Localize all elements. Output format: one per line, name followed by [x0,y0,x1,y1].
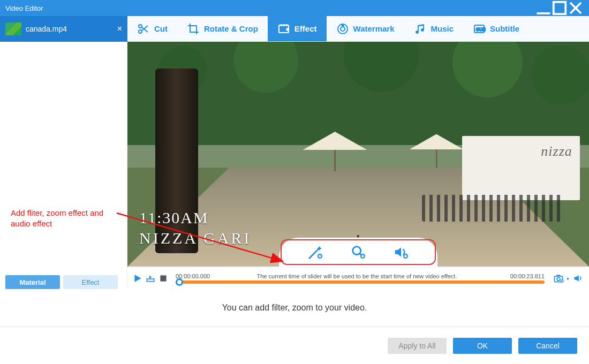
svg-point-13 [341,27,345,31]
zoom-icon [350,244,366,260]
cancel-button[interactable]: Cancel [518,338,577,354]
sidebar-tab-material[interactable]: Material [5,275,60,289]
svg-rect-1 [554,2,566,14]
maximize-icon [552,0,568,16]
volume-button[interactable] [573,273,584,284]
tab-effect[interactable]: Effect [268,16,327,41]
effect-icon [277,22,290,35]
close-icon [568,0,584,16]
sidebar-tab-effect[interactable]: Effect [63,275,118,289]
file-close-button[interactable]: × [117,24,122,34]
seek-thumb[interactable] [176,278,183,286]
tool-tabs: Cut Rotate & Crop Effect Watermark Music… [127,16,589,42]
add-filter-button[interactable] [305,241,326,263]
add-audio-effect-button[interactable] [390,241,412,263]
file-tab[interactable]: canada.mp4 × [0,16,127,42]
svg-point-11 [286,25,287,26]
svg-text:SUB: SUB [476,27,486,32]
svg-point-9 [281,25,282,26]
ok-button[interactable]: OK [453,338,512,354]
effect-popup: ▾ [279,238,437,267]
tab-label: Watermark [353,24,395,33]
crop-icon [187,22,200,35]
close-button[interactable] [568,0,584,16]
sidebar-tab-label: Effect [81,278,99,286]
file-thumbnail-icon [5,22,21,35]
chevron-down-icon[interactable]: ▾ [357,233,360,240]
sidebar-tab-label: Material [19,278,46,286]
titlebar: Video Editor [0,0,589,16]
button-label: Apply to All [398,342,435,350]
tab-music[interactable]: Music [404,16,464,41]
tab-watermark[interactable]: Watermark [327,16,404,41]
scene-wall-brand: nizza [541,143,572,160]
tab-label: Subtitle [490,24,519,33]
tab-label: Music [431,24,454,33]
svg-point-14 [342,24,343,26]
annotation-text: Add fliter, zoom effect and audio effect [11,208,118,230]
svg-rect-33 [557,275,561,276]
step-icon [146,274,155,283]
music-icon [414,22,427,35]
subtitle-icon: SUB [473,22,486,35]
current-time: 00:00:00.000 [176,273,217,279]
snapshot-caret[interactable]: ▸ [567,276,570,281]
svg-rect-29 [147,279,154,282]
main-message: You can add filter, zoom to your video. [0,289,589,327]
video-preview[interactable]: nizza 11:30AM NIZZA GARI ▾ [127,42,589,267]
watermark-icon [336,22,349,35]
tab-rotate-crop[interactable]: Rotate & Crop [177,16,268,41]
maximize-button[interactable] [552,0,568,16]
tab-label: Cut [154,24,168,33]
overlay-place-text: NIZZA GARI [139,229,251,247]
preview-panel: nizza 11:30AM NIZZA GARI ▾ [127,42,589,289]
svg-rect-30 [160,275,166,281]
minimize-icon [535,0,552,16]
stop-button[interactable] [158,274,168,283]
main-area: Add fliter, zoom effect and audio effect… [0,42,589,289]
speaker-icon [393,244,409,260]
tab-cut[interactable]: Cut [127,16,177,41]
overlay-time-text: 11:30AM [139,209,209,227]
toolbar-row: canada.mp4 × Cut Rotate & Crop Effect Wa… [0,16,589,42]
play-button[interactable] [133,274,142,283]
button-label: OK [477,342,488,350]
step-button[interactable] [146,274,155,283]
play-icon [133,274,142,283]
svg-point-32 [557,277,560,280]
file-name: canada.mp4 [26,25,67,33]
playback-controls: 00:00:00.000 The current time of slider … [127,267,589,289]
add-zoom-button[interactable] [348,241,369,263]
total-time: 00:00:23.811 [496,273,545,279]
magic-wand-icon [307,244,323,260]
tab-label: Effect [294,24,317,33]
scissors-icon [137,22,150,35]
sidebar-tabs: Material Effect [5,275,118,289]
minimize-button[interactable] [535,0,552,16]
sidebar: Add fliter, zoom effect and audio effect… [0,42,127,289]
apply-to-all-button[interactable]: Apply to All [388,338,447,354]
button-label: Cancel [536,342,560,350]
snapshot-button[interactable] [553,273,564,284]
window-title: Video Editor [5,4,535,12]
tab-label: Rotate & Crop [204,24,258,33]
tab-subtitle[interactable]: SUB Subtitle [463,16,529,41]
slider-hint: The current time of slider will be used … [217,273,496,279]
footer: Apply to All OK Cancel [0,327,589,364]
svg-point-10 [283,25,284,26]
svg-line-17 [309,249,319,258]
stop-icon [158,274,168,283]
seek-slider[interactable] [176,280,545,284]
